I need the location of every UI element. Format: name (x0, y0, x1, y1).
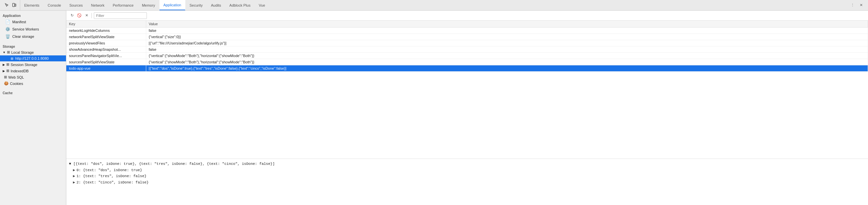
cell-key: previouslyViewedFiles (66, 40, 146, 47)
svg-rect-0 (12, 3, 14, 7)
manifest-icon: 📄 (5, 20, 10, 24)
cell-key: networkPanelSplitViewState (66, 34, 146, 40)
devtools-topbar: Elements Console Sources Network Perform… (0, 0, 868, 10)
topbar-end: ⋮ ✕ (847, 2, 867, 8)
close-icon[interactable]: ✕ (858, 2, 864, 8)
content-panel: ↻ 🚫 ✕ Key Value networkLogHideColumnsfal… (66, 10, 868, 205)
sidebar-app-title: Application (0, 12, 66, 18)
sidebar-session-storage[interactable]: ▶ ⊞ Session Storage (0, 61, 66, 68)
service-workers-label: Service Workers (12, 27, 39, 31)
storage-table-container: Key Value networkLogHideColumnsfalsenetw… (66, 21, 868, 158)
web-sql-icon: ⊞ (4, 75, 7, 79)
preview-items: 0: {text: "dos", isDone: true}1: {text: … (69, 167, 865, 186)
preview-item: 2: {text: "cinco", isDone: false} (69, 179, 865, 186)
clear-storage-icon: 🗑️ (5, 34, 10, 39)
svg-rect-1 (15, 4, 16, 6)
local-storage-grid-icon: ⊞ (7, 50, 10, 54)
clear-btn[interactable]: 🚫 (76, 12, 82, 19)
sidebar-local-storage[interactable]: ▼ ⊞ Local Storage (0, 49, 66, 55)
cell-value: false (146, 28, 868, 34)
sidebar-web-sql[interactable]: ⊞ Web SQL (0, 74, 66, 80)
sidebar: Application 📄 Manifest ⚙️ Service Worker… (0, 10, 66, 205)
topbar-icons (1, 0, 20, 10)
tab-performance[interactable]: Performance (109, 0, 138, 10)
sidebar-storage-title: Storage (0, 43, 66, 49)
expand-idb-icon: ▶ (3, 69, 5, 72)
cell-key: showAdvancedHeapSnapshot... (66, 47, 146, 53)
preview-collapse-icon[interactable] (73, 168, 75, 172)
cell-value: {"vertical":{"size":0}} (146, 34, 868, 40)
tab-network[interactable]: Network (87, 0, 109, 10)
table-row[interactable]: previouslyViewedFiles[{"url":"file:///Us… (66, 40, 868, 47)
cell-key: sourcesPanelNavigatorSplitVie... (66, 53, 146, 59)
sidebar-cookies[interactable]: 🍪 Cookies (0, 80, 66, 87)
sidebar-indexed-db[interactable]: ▶ ⊞ IndexedDB (0, 68, 66, 74)
preview-collapse-icon[interactable] (73, 180, 75, 184)
cookies-label: Cookies (10, 82, 23, 86)
col-value: Value (146, 21, 868, 28)
inspect-icon[interactable] (4, 2, 10, 8)
manifest-label: Manifest (12, 20, 26, 24)
table-header-row: Key Value (66, 21, 868, 28)
expand-local-icon: ▼ (3, 51, 6, 54)
tab-memory[interactable]: Memory (138, 0, 159, 10)
cookies-icon: 🍪 (4, 81, 9, 86)
col-key: Key (66, 21, 146, 28)
cell-value: [{"text":"dos","isDone":true},{"text":"t… (146, 65, 868, 72)
indexed-db-icon: ⊞ (6, 69, 9, 73)
clear-storage-label: Clear storage (12, 34, 34, 38)
filter-input[interactable] (94, 12, 147, 19)
table-row[interactable]: showAdvancedHeapSnapshot...false (66, 47, 868, 53)
main-layout: Application 📄 Manifest ⚙️ Service Worker… (0, 10, 868, 205)
tab-application[interactable]: Application (159, 0, 186, 10)
tab-elements[interactable]: Elements (20, 0, 44, 10)
cell-value: {"vertical":{"showMode":"Both"},"horizon… (146, 53, 868, 59)
refresh-btn[interactable]: ↻ (69, 12, 75, 19)
tab-vue[interactable]: Vue (255, 0, 269, 10)
cell-value: false (146, 47, 868, 53)
tab-console[interactable]: Console (44, 0, 65, 10)
sidebar-local-storage-url[interactable]: ⊞ http://127.0.0.1:8080 (0, 55, 66, 61)
storage-table: Key Value networkLogHideColumnsfalsenetw… (66, 21, 868, 72)
session-storage-grid-icon: ⊞ (6, 62, 9, 67)
preview-collapse-icon[interactable] (73, 174, 75, 178)
preview-panel: ▼ [{text: "dos", isDone: true}, {text: "… (66, 158, 868, 205)
tab-sources[interactable]: Sources (65, 0, 87, 10)
delete-btn[interactable]: ✕ (84, 12, 90, 19)
cell-value: {"vertical":{"showMode":"Both"},"horizon… (146, 59, 868, 65)
sidebar-cache-title: Cache (0, 89, 66, 95)
tab-list: Elements Console Sources Network Perform… (20, 0, 270, 10)
table-body: networkLogHideColumnsfalsenetworkPanelSp… (66, 28, 868, 72)
sidebar-item-clear-storage[interactable]: 🗑️ Clear storage (0, 33, 66, 40)
session-storage-label: Session Storage (10, 63, 37, 67)
local-storage-group: ▼ ⊞ Local Storage ⊞ http://127.0.0.1:808… (0, 49, 66, 61)
preview-root: ▼ [{text: "dos", isDone: true}, {text: "… (69, 161, 865, 167)
tab-audits[interactable]: Audits (207, 0, 225, 10)
table-row[interactable]: sourcesPanelSplitViewState{"vertical":{"… (66, 59, 868, 65)
cell-key: todo-app-vue (66, 65, 146, 72)
preview-item: 1: {text: "tres", isDone: false} (69, 173, 865, 179)
table-row[interactable]: networkPanelSplitViewState{"vertical":{"… (66, 34, 868, 40)
local-storage-url-label: http://127.0.0.1:8080 (15, 56, 49, 60)
tab-security[interactable]: Security (185, 0, 207, 10)
cell-key: networkLogHideColumns (66, 28, 146, 34)
sidebar-item-service-workers[interactable]: ⚙️ Service Workers (0, 26, 66, 33)
web-sql-label: Web SQL (8, 75, 24, 79)
more-icon[interactable]: ⋮ (849, 2, 856, 8)
cell-key: sourcesPanelSplitViewState (66, 59, 146, 65)
table-row[interactable]: todo-app-vue[{"text":"dos","isDone":true… (66, 65, 868, 72)
indexed-db-label: IndexedDB (10, 69, 29, 73)
sidebar-item-manifest[interactable]: 📄 Manifest (0, 18, 66, 26)
service-workers-icon: ⚙️ (5, 27, 10, 31)
content-toolbar: ↻ 🚫 ✕ (66, 10, 868, 21)
cell-value: [{"url":"file:///Users/admejiar/Code/alg… (146, 40, 868, 47)
local-storage-label: Local Storage (11, 51, 34, 54)
tab-adblock[interactable]: Adblock Plus (225, 0, 255, 10)
expand-session-icon: ▶ (3, 63, 5, 66)
preview-item: 0: {text: "dos", isDone: true} (69, 167, 865, 174)
table-row[interactable]: sourcesPanelNavigatorSplitVie...{"vertic… (66, 53, 868, 59)
toolbar-sep (92, 13, 92, 18)
device-icon[interactable] (11, 2, 17, 8)
table-row[interactable]: networkLogHideColumnsfalse (66, 28, 868, 34)
local-url-grid-icon: ⊞ (10, 57, 13, 60)
